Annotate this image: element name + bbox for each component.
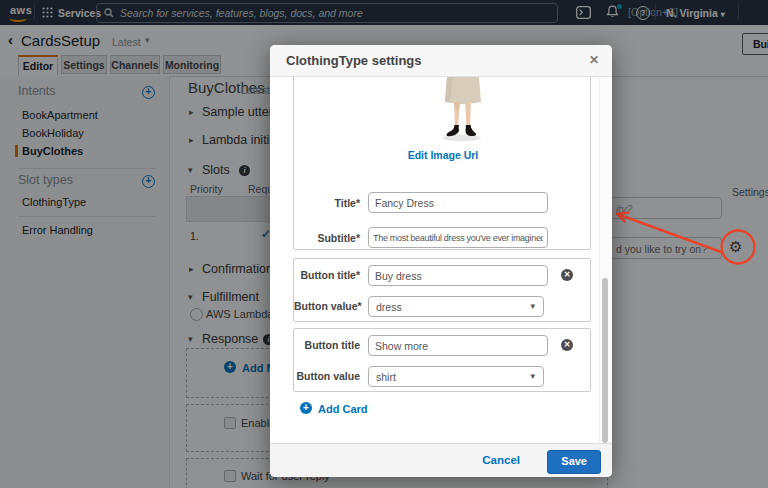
close-icon[interactable]: ✕ <box>589 53 599 67</box>
button-value-select[interactable]: shirt ▾ <box>368 366 544 387</box>
button-value-selected: shirt <box>376 371 396 383</box>
save-button[interactable]: Save <box>547 450 601 474</box>
modal-scrollbar-thumb[interactable] <box>602 278 608 443</box>
modal-scrollbar-track[interactable] <box>599 76 611 443</box>
title-input[interactable] <box>368 192 548 213</box>
add-card-icon[interactable]: + <box>300 402 312 414</box>
subtitle-input[interactable] <box>368 227 548 248</box>
edit-image-url-text: Edit Image Url <box>408 149 479 161</box>
button-value-label: Button value <box>294 370 360 382</box>
card-button-2: Button title ✕ Button value shirt ▾ <box>293 328 591 392</box>
modal-title: ClothingType settings <box>286 53 422 68</box>
remove-button-icon[interactable]: ✕ <box>561 269 573 281</box>
chevron-down-icon: ▾ <box>530 301 535 311</box>
title-label: Title* <box>294 197 360 209</box>
clothingtype-settings-modal: Edit Image Url Title* Subtitle* Button t… <box>270 45 612 477</box>
card-button-1: Button title* ✕ Button value* dress ▾ <box>293 258 591 322</box>
button-title-label: Button title* <box>294 269 360 281</box>
card-main: Edit Image Url Title* Subtitle* <box>293 65 591 250</box>
modal-footer: Cancel Save <box>270 443 612 477</box>
button-title-input[interactable] <box>368 335 548 356</box>
subtitle-label: Subtitle* <box>294 232 360 244</box>
button-value-select[interactable]: dress ▾ <box>368 296 544 317</box>
button-value-label: Button value* <box>294 300 360 312</box>
button-title-input[interactable] <box>368 265 548 286</box>
edit-image-url-link[interactable]: Edit Image Url <box>294 149 592 161</box>
button-title-label: Button title <box>294 339 360 351</box>
modal-header: ClothingType settings ✕ <box>270 45 612 77</box>
app-window: aws Services Search for services, featur… <box>0 0 768 488</box>
chevron-down-icon: ▾ <box>530 371 535 381</box>
remove-button-icon[interactable]: ✕ <box>561 339 573 351</box>
button-value-selected: dress <box>376 301 402 313</box>
cancel-button[interactable]: Cancel <box>482 454 520 466</box>
add-card-link[interactable]: Add Card <box>318 403 368 415</box>
card-image-dress <box>434 77 492 143</box>
